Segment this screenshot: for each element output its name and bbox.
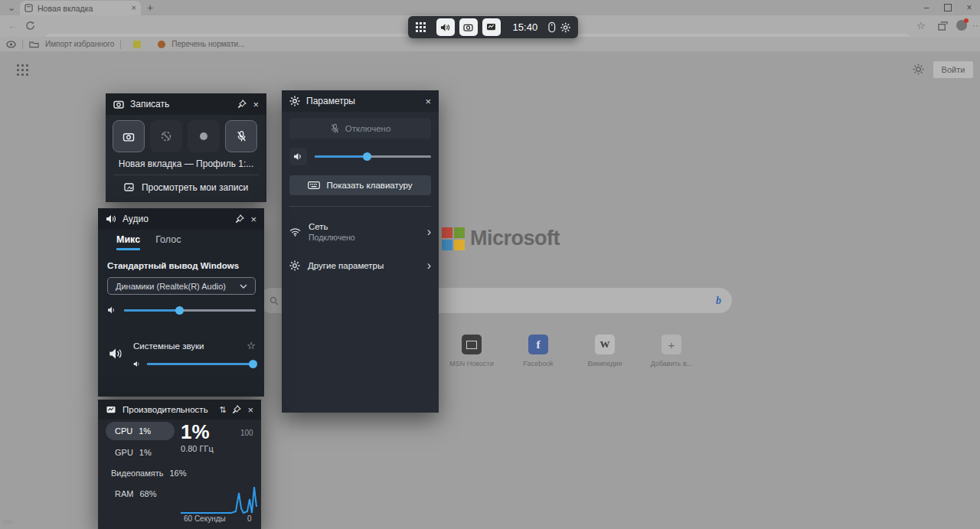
profile-avatar[interactable] (956, 20, 967, 31)
favorite-star-icon[interactable]: ☆ (247, 340, 256, 351)
show-keyboard-button[interactable]: Показать клавиатуру (289, 175, 431, 195)
window-restore-button[interactable] (937, 0, 959, 15)
capture-widget-toggle[interactable] (459, 18, 478, 36)
speaker-icon (440, 23, 450, 32)
capture-panel-header[interactable]: Записать × (106, 93, 266, 115)
mic-mute-button[interactable] (225, 120, 257, 152)
settings-volume-slider[interactable] (315, 155, 431, 158)
window-close-button[interactable]: × (959, 0, 980, 15)
start-recording-button[interactable] (188, 120, 220, 152)
network-status: Подключено (309, 233, 420, 242)
capture-buttons-row (106, 115, 266, 152)
microsoft-wordmark: Microsoft (470, 227, 560, 250)
close-icon[interactable]: × (425, 96, 431, 106)
search-icon (270, 296, 279, 305)
system-volume-slider[interactable] (147, 363, 256, 365)
import-favorites-icon (29, 40, 39, 48)
mic-status-label: Отключено (345, 124, 391, 133)
reading-mode-icon[interactable] (6, 41, 16, 48)
quick-link-wikipedia[interactable]: W Википедия (583, 335, 626, 367)
back-icon[interactable]: ← (8, 20, 18, 31)
tab-voice[interactable]: Голос (155, 234, 181, 250)
notification-badge (964, 18, 969, 23)
tab-close-icon[interactable]: × (132, 4, 136, 12)
pin-icon[interactable] (237, 100, 247, 109)
divider (289, 206, 431, 207)
record-dot-icon (200, 132, 207, 140)
record-last-button[interactable] (150, 120, 182, 152)
browser-menu-icon[interactable]: ··· (972, 21, 980, 30)
mouse-icon[interactable] (548, 21, 556, 33)
performance-widget-toggle[interactable] (482, 18, 501, 36)
audio-tabs: Микс Голос (98, 230, 264, 250)
settings-panel-header[interactable]: Параметры × (282, 90, 439, 112)
window-controls: – × (916, 0, 980, 15)
performance-graph (181, 455, 257, 514)
network-row[interactable]: Сеть Подключено › (289, 222, 431, 242)
record-last-disabled-icon (160, 130, 172, 142)
chevron-right-icon: › (427, 225, 431, 239)
chevron-down-icon (240, 284, 247, 289)
metric-row-vram[interactable]: Видеопамять16% (111, 469, 187, 478)
close-icon[interactable]: × (250, 214, 256, 224)
show-captures-button[interactable]: Просмотреть мои записи (106, 182, 266, 193)
gallery-icon (124, 183, 136, 193)
screenshot-button[interactable] (113, 120, 145, 152)
show-keyboard-label: Показать клавиатуру (326, 181, 412, 190)
metric-row-ram[interactable]: RAM68% (115, 489, 156, 498)
performance-panel-header[interactable]: Производительность ⇅ × (98, 400, 261, 420)
msn-icon (462, 335, 482, 354)
default-output-label: Стандартный вывод Windows (98, 250, 264, 270)
metric-row-gpu[interactable]: GPU1% (115, 448, 152, 457)
page-settings-gear-icon[interactable] (913, 64, 924, 75)
pin-icon[interactable] (232, 405, 241, 414)
gamebar-toolbar: 15:40 (408, 16, 578, 38)
quick-link-msn[interactable]: MSN Новости (450, 335, 493, 367)
tab-search-chevron-icon[interactable]: ⌄ (8, 3, 15, 12)
add-site-icon: + (662, 335, 681, 354)
favorites-star-icon[interactable]: ☆ (916, 20, 926, 31)
performance-panel: Производительность ⇅ × CPU1% GPU1% Видео… (98, 400, 261, 529)
capture-panel-title: Записать (130, 99, 231, 109)
widget-menu-icon[interactable] (416, 22, 426, 32)
output-device-dropdown[interactable]: Динамики (Realtek(R) Audio) (107, 277, 256, 295)
audio-widget-toggle[interactable] (436, 18, 455, 36)
corner-watermark: 15+ (3, 518, 14, 525)
wifi-icon (289, 227, 301, 237)
window-minimize-button[interactable]: – (916, 0, 937, 15)
mic-muted-icon (330, 123, 340, 134)
signin-button[interactable]: Войти (933, 61, 973, 78)
close-icon[interactable]: × (247, 405, 253, 415)
gear-icon (289, 260, 300, 271)
browser-tab[interactable]: Новая вкладка × (20, 1, 141, 15)
bookmark-favicon[interactable] (133, 41, 141, 48)
quick-link-facebook[interactable]: f Facebook (517, 335, 560, 367)
audio-panel-title: Аудио (122, 214, 229, 224)
metric-row-cpu[interactable]: CPU1% (106, 422, 175, 440)
bookmark-import-favorites[interactable]: Импорт избранного (45, 40, 114, 48)
tab-mix[interactable]: Микс (116, 234, 140, 250)
pin-icon[interactable] (235, 214, 244, 224)
new-tab-button[interactable]: + (147, 2, 153, 13)
camera-icon (463, 23, 473, 31)
bookmark-perechen[interactable]: Перечень нормати... (172, 40, 244, 48)
more-settings-row[interactable]: Другие параметры › (289, 259, 431, 273)
audio-panel-header[interactable]: Аудио × (98, 208, 264, 230)
divider (113, 175, 259, 175)
speaker-icon (293, 152, 303, 161)
apps-grid-icon[interactable] (17, 64, 28, 76)
close-icon[interactable]: × (253, 100, 259, 109)
quick-link-add[interactable]: + Добавить в... (650, 335, 693, 367)
sort-icon[interactable]: ⇅ (219, 406, 226, 414)
refresh-icon[interactable] (25, 21, 35, 31)
axis-min-label: 0 (247, 514, 252, 523)
gamebar-settings-gear-icon[interactable] (560, 22, 570, 33)
mic-disabled-button[interactable]: Отключено (289, 118, 431, 139)
settings-speaker-button[interactable] (289, 148, 307, 165)
performance-monitor-icon (106, 406, 116, 414)
collections-icon[interactable] (938, 21, 948, 31)
tab-favicon-icon (24, 4, 33, 12)
speaker-icon (106, 214, 116, 224)
mix-volume-slider[interactable] (124, 309, 256, 312)
gamebar-clock: 15:40 (513, 21, 538, 33)
